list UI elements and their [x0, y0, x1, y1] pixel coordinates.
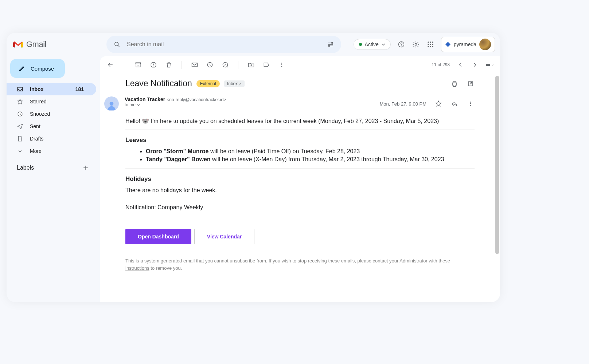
- sent-icon: [17, 123, 23, 130]
- view-calendar-button[interactable]: View Calendar: [194, 229, 254, 244]
- sidebar-item-more[interactable]: More: [7, 145, 96, 157]
- sidebar-item-starred[interactable]: Starred: [7, 95, 96, 108]
- search-options-icon[interactable]: [327, 40, 335, 48]
- logo-area[interactable]: Gmail: [13, 40, 100, 49]
- prev-button[interactable]: [456, 61, 464, 69]
- svg-rect-24: [486, 64, 490, 66]
- svg-point-26: [470, 102, 471, 102]
- search-input[interactable]: [127, 41, 321, 48]
- sidebar-label: Inbox: [30, 86, 43, 92]
- svg-rect-16: [136, 63, 140, 64]
- report-spam-button[interactable]: [149, 61, 157, 69]
- sidebar-label: Drafts: [30, 136, 43, 142]
- archive-button[interactable]: [134, 61, 142, 69]
- open-dashboard-button[interactable]: Open Dashboard: [125, 229, 191, 244]
- divider: [125, 130, 475, 130]
- snooze-button[interactable]: [206, 61, 214, 69]
- to-line[interactable]: to me: [125, 102, 374, 107]
- chevron-down-icon: [17, 148, 23, 154]
- svg-point-17: [153, 66, 154, 66]
- sender-avatar-icon[interactable]: [104, 96, 119, 111]
- status-pill[interactable]: Active: [354, 39, 391, 50]
- star-icon: [17, 98, 23, 105]
- labels-header: Labels: [10, 157, 96, 172]
- svg-point-23: [281, 66, 282, 67]
- notification-line: Notification: Company Weekly: [125, 204, 475, 211]
- star-button[interactable]: [434, 100, 442, 108]
- mark-unread-button[interactable]: [191, 61, 199, 69]
- toolbar-right: 11 of 298: [432, 61, 494, 69]
- svg-point-27: [470, 103, 471, 104]
- email-greeting: Hello! 🐨 I'm here to update you on sched…: [125, 118, 475, 124]
- sender-email: <no-reply@vacationtracker.io>: [167, 97, 226, 102]
- svg-point-9: [428, 44, 429, 45]
- svg-point-12: [428, 46, 429, 47]
- sidebar-item-inbox[interactable]: Inbox 181: [7, 83, 96, 95]
- leave-item: Ororo "Storm" Munroe will be on leave (P…: [146, 148, 475, 155]
- inbox-icon: [17, 86, 23, 92]
- sidebar-label: Sent: [30, 123, 40, 129]
- status-label: Active: [365, 41, 379, 47]
- holidays-heading: Holidays: [125, 175, 475, 183]
- delete-button[interactable]: [165, 61, 173, 69]
- settings-gear-icon[interactable]: [412, 40, 420, 48]
- org-badge[interactable]: pyrameda: [441, 37, 495, 52]
- status-dot-icon: [359, 43, 362, 46]
- leave-item: Tandy "Dagger" Bowen will be on leave (X…: [146, 156, 475, 163]
- email-subject: Leave Notification: [125, 79, 192, 88]
- search-icon[interactable]: [113, 40, 121, 48]
- search-bar[interactable]: [106, 36, 341, 53]
- cta-row: Open Dashboard View Calendar: [125, 229, 475, 244]
- add-label-button[interactable]: [82, 164, 90, 172]
- move-to-button[interactable]: [247, 61, 255, 69]
- close-icon[interactable]: ×: [239, 82, 241, 86]
- inbox-label-chip[interactable]: Inbox ×: [224, 80, 245, 87]
- org-name: pyrameda: [454, 41, 476, 47]
- subject-actions: [450, 80, 475, 88]
- apps-grid-icon[interactable]: [426, 40, 434, 48]
- more-actions-button[interactable]: [278, 61, 286, 69]
- svg-point-5: [415, 44, 417, 46]
- open-new-window-button[interactable]: [467, 80, 475, 88]
- email-date: Mon, Feb 27, 9:00 PM: [379, 101, 426, 107]
- reply-button[interactable]: [450, 100, 459, 108]
- content-pane: 11 of 298 Leave Notification External In…: [100, 56, 500, 302]
- sidebar-item-sent[interactable]: Sent: [7, 120, 96, 132]
- sender-info: Vacation Tracker <no-reply@vacationtrack…: [125, 96, 374, 111]
- chevron-down-icon: [382, 43, 385, 46]
- sidebar-label: Starred: [30, 99, 47, 104]
- svg-point-11: [432, 44, 433, 45]
- svg-point-10: [430, 44, 431, 45]
- sidebar-item-snoozed[interactable]: Snoozed: [7, 108, 96, 120]
- print-button[interactable]: [450, 80, 459, 88]
- svg-point-28: [470, 105, 471, 106]
- inbox-count: 181: [75, 86, 84, 92]
- leaves-list: Ororo "Storm" Munroe will be on leave (P…: [125, 148, 475, 163]
- compose-label: Compose: [31, 66, 54, 72]
- svg-point-1: [332, 42, 333, 43]
- divider: [125, 169, 475, 169]
- email-meta: Mon, Feb 27, 9:00 PM: [379, 96, 475, 111]
- compose-button[interactable]: Compose: [10, 59, 65, 78]
- next-button[interactable]: [471, 61, 479, 69]
- svg-point-6: [428, 41, 429, 43]
- scrollbar[interactable]: [495, 76, 499, 254]
- labels-title: Labels: [17, 165, 34, 171]
- help-icon[interactable]: [397, 40, 405, 48]
- sidebar-label: More: [30, 148, 42, 154]
- add-to-tasks-button[interactable]: [221, 61, 229, 69]
- svg-point-8: [432, 41, 433, 43]
- svg-point-0: [115, 42, 118, 46]
- email-body: Leave Notification External Inbox ×: [100, 79, 500, 282]
- svg-point-21: [281, 63, 282, 63]
- sidebar: Compose Inbox 181 Starred Snoozed: [7, 56, 100, 302]
- svg-point-2: [328, 46, 329, 47]
- sender-row: Vacation Tracker <no-reply@vacationtrack…: [125, 96, 475, 111]
- input-tools-button[interactable]: [485, 61, 494, 69]
- labels-button[interactable]: [262, 61, 270, 69]
- sidebar-item-drafts[interactable]: Drafts: [7, 132, 96, 145]
- back-button[interactable]: [106, 61, 114, 69]
- user-avatar[interactable]: [479, 39, 491, 50]
- svg-point-4: [401, 46, 401, 46]
- more-button[interactable]: [467, 100, 475, 108]
